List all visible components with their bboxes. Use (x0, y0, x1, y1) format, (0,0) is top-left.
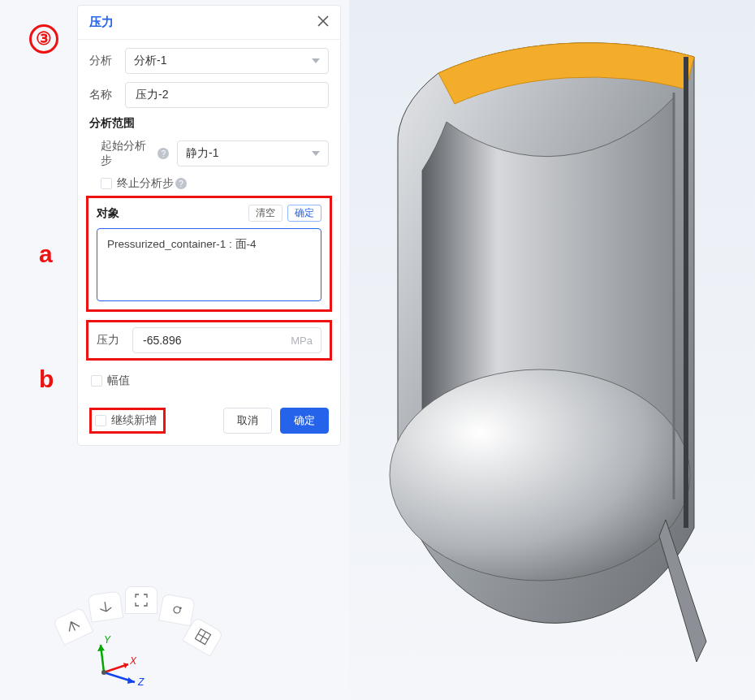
end-step-label: 终止分析步 (117, 176, 174, 191)
pressure-input[interactable]: MPa (132, 327, 321, 353)
name-field[interactable] (134, 88, 320, 102)
start-step-label: 起始分析步 ? (101, 139, 169, 168)
object-list[interactable]: Pressurized_container-1 : 面-4 (97, 228, 321, 301)
chevron-down-icon (312, 58, 320, 63)
nav-view-axis-icon[interactable] (88, 590, 123, 622)
viewport-3d[interactable] (349, 0, 755, 700)
pressure-label: 压力 (97, 333, 124, 348)
svg-point-0 (390, 369, 690, 581)
continue-add-box[interactable]: 继续新增 (89, 408, 166, 434)
svg-point-12 (101, 670, 106, 675)
clear-button[interactable]: 清空 (248, 205, 283, 222)
analysis-select[interactable]: 分析-1 (125, 48, 329, 74)
panel-header: 压力 (78, 6, 340, 40)
nav-rotate-icon[interactable] (158, 594, 195, 626)
amplitude-checkbox[interactable] (91, 375, 102, 387)
chevron-down-icon (312, 151, 320, 156)
object-title: 对象 (97, 206, 119, 221)
name-input[interactable] (125, 82, 329, 108)
annotation-3: ③ (29, 24, 58, 54)
svg-text:Y: Y (104, 634, 111, 646)
annotation-a: a (39, 240, 53, 268)
end-step-row[interactable]: 终止分析步 ? (101, 176, 329, 191)
start-step-value: 静力-1 (186, 146, 218, 161)
object-section: 对象 清空 确定 Pressurized_container-1 : 面-4 (86, 196, 332, 312)
pressure-field[interactable] (141, 333, 261, 348)
pressure-panel: 压力 分析 分析-1 名称 分析范围 起始分析步 ? (77, 5, 341, 446)
object-confirm-button[interactable]: 确定 (287, 205, 321, 222)
svg-marker-7 (97, 645, 105, 651)
range-title: 分析范围 (89, 116, 329, 131)
analysis-label: 分析 (89, 54, 117, 68)
continue-add-label: 继续新增 (111, 413, 157, 428)
pressure-unit: MPa (291, 335, 313, 347)
cancel-button[interactable]: 取消 (223, 408, 272, 434)
model-render (365, 8, 747, 690)
nav-sphere[interactable]: X Y Z (57, 578, 235, 692)
annotation-b: b (39, 365, 54, 393)
ok-button[interactable]: 确定 (280, 408, 329, 434)
continue-add-checkbox[interactable] (95, 415, 106, 426)
name-label: 名称 (89, 88, 117, 102)
start-step-select[interactable]: 静力-1 (177, 140, 329, 166)
object-list-item[interactable]: Pressurized_container-1 : 面-4 (107, 237, 311, 252)
svg-text:Z: Z (137, 676, 145, 687)
svg-point-1 (173, 606, 180, 613)
nav-fit-icon[interactable] (125, 586, 157, 614)
panel-footer: 继续新增 取消 确定 (78, 400, 340, 445)
panel-body: 分析 分析-1 名称 分析范围 起始分析步 ? 静力-1 (78, 40, 340, 400)
amplitude-label: 幅值 (107, 374, 130, 388)
analysis-select-value: 分析-1 (134, 54, 166, 68)
help-icon[interactable]: ? (157, 148, 169, 159)
end-step-checkbox[interactable] (101, 178, 112, 189)
svg-text:X: X (129, 655, 137, 667)
axis-triad: X Y Z (81, 630, 154, 687)
panel-title: 压力 (89, 15, 114, 30)
help-icon[interactable]: ? (175, 178, 187, 189)
close-icon[interactable] (317, 14, 329, 31)
amplitude-row[interactable]: 幅值 (89, 367, 329, 390)
pressure-section: 压力 MPa (86, 320, 332, 361)
